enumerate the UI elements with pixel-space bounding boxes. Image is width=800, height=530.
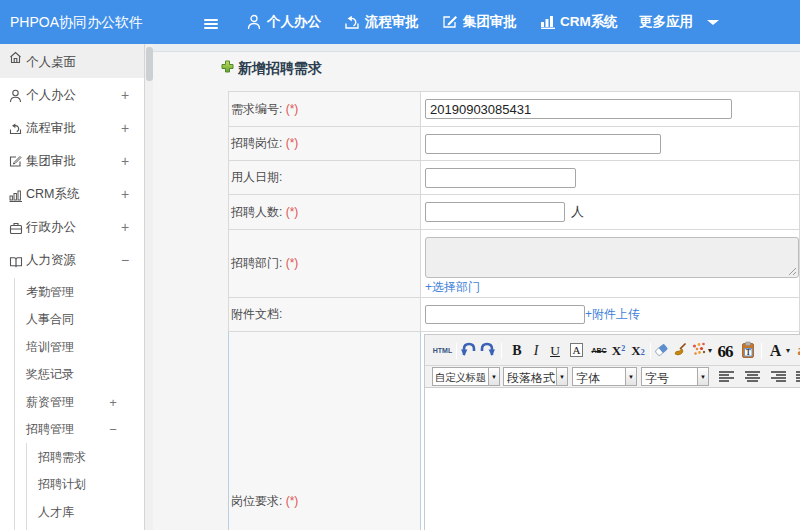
svg-text:T: T — [746, 348, 751, 357]
